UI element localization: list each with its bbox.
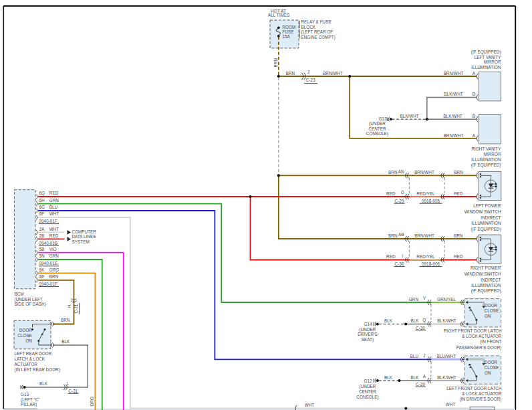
svg-text:6G: 6G <box>39 205 45 209</box>
svg-text:BRN: BRN <box>388 170 398 175</box>
svg-text:C-23: C-23 <box>306 78 315 82</box>
svg-text:ON: ON <box>485 314 491 318</box>
svg-text:ILLUMINATION: ILLUMINATION <box>471 157 501 162</box>
svg-text:GRN: GRN <box>49 253 59 258</box>
svg-text:0940-01B: 0940-01B <box>39 241 58 245</box>
svg-text:LEFT FRONT DOOR LATCH: LEFT FRONT DOOR LATCH <box>446 386 502 391</box>
svg-text:AN: AN <box>398 169 404 174</box>
svg-text:BLK/WHT: BLK/WHT <box>444 92 462 96</box>
svg-text:GRN: GRN <box>49 198 59 203</box>
svg-text:GRN: GRN <box>409 297 419 302</box>
svg-text:BRN: BRN <box>49 274 59 279</box>
svg-text:RED: RED <box>454 191 463 196</box>
svg-text:C-31: C-31 <box>69 389 78 393</box>
svg-text:DOOR: DOOR <box>485 360 497 365</box>
svg-text:LATCH & LOCK: LATCH & LOCK <box>15 356 45 361</box>
svg-text:PILLAR): PILLAR) <box>21 402 37 407</box>
svg-text:ON: ON <box>25 338 32 343</box>
svg-text:AB: AB <box>398 232 404 237</box>
svg-text:WINDOW SWITCH: WINDOW SWITCH <box>464 272 501 276</box>
svg-text:(IF EQUIPPED): (IF EQUIPPED) <box>471 288 501 294</box>
svg-text:RED: RED <box>386 191 396 196</box>
svg-text:ILLUMINATION: ILLUMINATION <box>471 221 501 225</box>
svg-text:CENTER: CENTER <box>368 126 386 131</box>
svg-text:BLK: BLK <box>61 339 70 344</box>
svg-text:CENTER: CENTER <box>359 389 377 394</box>
svg-text:BLOCK: BLOCK <box>301 25 316 29</box>
svg-text:SYSTEM: SYSTEM <box>72 239 90 244</box>
svg-text:6K: 6K <box>39 268 45 272</box>
svg-text:0918-906: 0918-906 <box>422 262 440 266</box>
svg-text:BCM: BCM <box>15 292 24 296</box>
svg-text:BLK/WHT: BLK/WHT <box>400 114 418 118</box>
svg-text:LEFT POWER: LEFT POWER <box>473 203 501 208</box>
svg-text:B: B <box>473 92 475 96</box>
svg-text:G12: G12 <box>364 379 372 383</box>
svg-text:SIDE OF DASH): SIDE OF DASH) <box>15 302 46 307</box>
svg-text:ROOM: ROOM <box>283 25 296 29</box>
svg-text:0940-01E: 0940-01E <box>39 261 58 266</box>
svg-text:BLK: BLK <box>410 318 419 323</box>
svg-text:(IN LEFT REAR DOOR): (IN LEFT REAR DOOR) <box>15 367 60 373</box>
svg-text:LEFT VANITY: LEFT VANITY <box>475 55 502 60</box>
svg-text:RIGHT POWER: RIGHT POWER <box>471 266 501 270</box>
svg-text:C-29: C-29 <box>416 382 425 387</box>
svg-text:DOOR: DOOR <box>485 303 497 308</box>
svg-text:BLK: BLK <box>39 381 48 386</box>
svg-text:BLK/WHT: BLK/WHT <box>437 318 456 323</box>
svg-text:DOOR: DOOR <box>19 328 32 332</box>
svg-text:BLK: BLK <box>384 375 393 380</box>
svg-text:G14: G14 <box>364 322 372 326</box>
svg-text:RED: RED <box>49 191 59 195</box>
svg-text:CONSOLE): CONSOLE) <box>356 395 378 400</box>
svg-text:BLU/WHT: BLU/WHT <box>437 354 456 358</box>
svg-text:ON: ON <box>485 371 491 375</box>
svg-text:VIO: VIO <box>49 247 57 251</box>
svg-text:BRN: BRN <box>454 170 463 175</box>
svg-text:WINDOW SWITCH: WINDOW SWITCH <box>464 209 501 214</box>
svg-text:2A: 2A <box>39 227 45 231</box>
svg-text:RED: RED <box>386 254 396 259</box>
svg-text:C-29: C-29 <box>395 199 404 203</box>
svg-text:G12: G12 <box>378 116 386 121</box>
svg-text:BRN: BRN <box>273 58 278 68</box>
svg-text:BRN/WHT: BRN/WHT <box>444 133 464 138</box>
svg-text:BRN: BRN <box>454 233 463 238</box>
svg-text:RED/YEL: RED/YEL <box>416 254 435 259</box>
svg-text:ORG: ORG <box>49 268 59 272</box>
svg-text:A: A <box>423 374 426 379</box>
svg-text:(UNDER: (UNDER <box>360 384 376 389</box>
svg-text:BLK: BLK <box>410 375 419 380</box>
svg-text:WHT: WHT <box>305 403 315 407</box>
svg-text:BRN/WHT: BRN/WHT <box>414 233 434 238</box>
svg-text:FUSE: FUSE <box>283 29 294 34</box>
svg-text:CLOSE: CLOSE <box>485 365 499 370</box>
svg-text:I: I <box>402 253 403 258</box>
svg-text:V: V <box>423 296 426 300</box>
svg-text:BLK/WHT: BLK/WHT <box>437 375 456 380</box>
svg-text:BLU: BLU <box>410 354 419 358</box>
svg-text:A: A <box>473 71 476 76</box>
svg-text:BLK/WHT: BLK/WHT <box>443 114 462 118</box>
svg-text:CLOSE: CLOSE <box>485 308 499 313</box>
svg-text:BRN: BRN <box>388 233 398 238</box>
svg-text:DATA LINES: DATA LINES <box>72 234 96 239</box>
svg-text:5N: 5N <box>39 253 45 258</box>
svg-text:O: O <box>401 190 404 195</box>
svg-text:ILLUMINATION: ILLUMINATION <box>471 283 501 288</box>
svg-text:RED/YEL: RED/YEL <box>416 191 435 196</box>
svg-text:GRN/YEL: GRN/YEL <box>437 297 456 302</box>
svg-text:CONSOLE): CONSOLE) <box>366 131 388 136</box>
svg-text:C-30: C-30 <box>395 262 404 266</box>
svg-text:BRN/WHT: BRN/WHT <box>323 71 343 76</box>
svg-text:(IN DRIVER'S DOOR): (IN DRIVER'S DOOR) <box>460 397 502 402</box>
svg-text:BRN: BRN <box>61 318 70 322</box>
svg-text:2B: 2B <box>39 233 45 238</box>
svg-text:Q: Q <box>422 318 426 323</box>
svg-text:(IN FRONT: (IN FRONT <box>480 339 501 344</box>
svg-text:PASSENGER'S DOOR): PASSENGER'S DOOR) <box>456 345 502 350</box>
svg-text:COMPUTER: COMPUTER <box>72 229 97 234</box>
svg-text:G13: G13 <box>21 392 29 397</box>
svg-text:& LOCK ACTUATOR: & LOCK ACTUATOR <box>462 391 502 396</box>
svg-text:ENGINE COMPT): ENGINE COMPT) <box>301 35 336 40</box>
